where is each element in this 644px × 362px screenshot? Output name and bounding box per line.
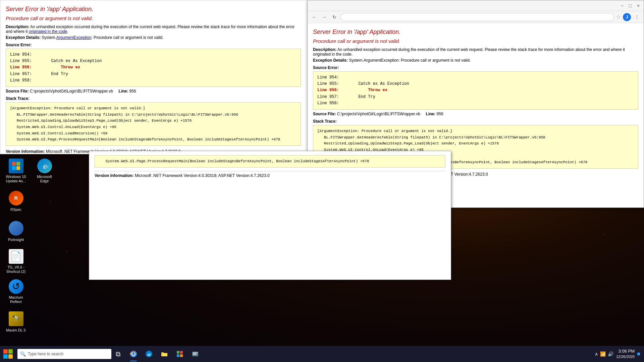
description-label: Description: — [6, 24, 29, 29]
desktop-icon-macrium[interactable]: ↺ MacriumReflect — [3, 278, 29, 305]
right-desc-label: Description: — [313, 47, 336, 52]
desktop-icon-pixinsight[interactable]: PixInsight — [3, 218, 29, 245]
exception-details: Exception Details: System.ArgumentExcept… — [6, 35, 302, 40]
server-error-title: Server Error in '/app' Application. — [6, 6, 302, 13]
source-line-954: Line 954: — [10, 52, 32, 57]
desktop-icon-edge[interactable]: 𝓮 MicrosoftEdge — [32, 158, 57, 184]
right-source-file: Source File: C:\projects\VphotGit\Logic\… — [313, 112, 638, 116]
source-file-info: Source File: C:\projects\VphotGit\Logic\… — [6, 89, 302, 94]
clock-time: 3:06 PM — [616, 348, 635, 354]
source-code-box: Line 954: Line 955: Catch ex As Exceptio… — [6, 49, 301, 87]
profile-avatar[interactable]: J — [623, 13, 631, 21]
clock-date: 12/26/2020 — [616, 354, 635, 359]
stack-trace-label: Stack Trace: — [6, 96, 302, 101]
svg-rect-9 — [193, 353, 198, 353]
source-line-956: Line 956: Throw ex — [10, 65, 80, 70]
misc-app-icon-1 — [176, 350, 183, 358]
desktop-icon-maxim[interactable]: 🔭 Maxim DL 5 — [3, 308, 29, 335]
task-view-icon: ⧉ — [116, 350, 120, 358]
system-clock[interactable]: 3:06 PM 12/26/2020 — [616, 348, 635, 360]
bookmark-star-icon[interactable]: ☆ — [616, 14, 621, 20]
right-stack-label: Stack Trace: — [313, 119, 638, 124]
search-icon: 🔍 — [20, 351, 26, 357]
source-line-number: 956 — [129, 89, 136, 94]
win-logo-red — [3, 349, 8, 354]
misc-app-icon-2 — [192, 350, 199, 358]
second-version-info: Version Information: Microsoft .NET Fram… — [95, 173, 445, 178]
right-file-path: C:\projects\VphotGit\Logic\BL\FITSWrappe… — [337, 112, 420, 116]
source-line-955: Line 955: Catch ex As Exception — [10, 59, 102, 63]
second-browser-content: System.Web.UI.Page.ProcessRequestMain(Bo… — [89, 151, 451, 182]
start-button[interactable] — [0, 346, 16, 362]
task-view-button[interactable]: ⧉ — [111, 346, 125, 362]
windows-logo-icon — [3, 349, 13, 359]
browser-close-button[interactable]: × — [636, 3, 641, 8]
desktop-icon-rspec[interactable]: R RSpec — [3, 188, 29, 215]
notification-badge[interactable] — [637, 353, 640, 355]
reload-button[interactable]: ↻ — [330, 13, 338, 21]
taskbar-search-box[interactable]: 🔍 Type here to search — [17, 349, 111, 359]
stack-trace-box: [ArgumentException: Procedure call or ar… — [6, 102, 301, 146]
svg-point-2 — [132, 353, 135, 355]
system-tray-icons: ∧ 📶 🔊 — [595, 351, 613, 357]
taskbar-app-misc1[interactable] — [172, 346, 187, 362]
forward-button[interactable]: → — [320, 13, 328, 21]
close-icon: × — [637, 3, 640, 8]
right-desc-text: An unhandled exception occurred during t… — [313, 47, 625, 57]
taskbar: 🔍 Type here to search ⧉ — [0, 346, 644, 362]
explorer-icon — [161, 350, 168, 358]
win-logo-blue — [3, 354, 8, 359]
macrium-label: MacriumReflect — [9, 295, 23, 304]
taskbar-app-misc2[interactable] — [188, 346, 203, 362]
partial-stack-trace: System.Web.UI.Page.ProcessRequestMain(Bo… — [95, 155, 445, 168]
right-description: Description: An unhandled exception occu… — [313, 47, 638, 57]
tray-up-arrow-icon[interactable]: ∧ — [595, 351, 598, 357]
windows-update-icon — [8, 159, 24, 173]
tg-shortcut-label: TG_V6.6 -Shortcut (2) — [6, 265, 25, 274]
source-file-label: Source File: — [6, 89, 29, 94]
pixinsight-app-icon — [8, 220, 24, 236]
right-error-subtitle: Procedure call or argument is not valid. — [313, 38, 638, 44]
windows-update-label: Windows 10Update As... — [6, 175, 26, 183]
taskbar-right-area: ∧ 📶 🔊 3:06 PM 12/26/2020 — [595, 348, 644, 360]
tg-shortcut-icon: 📄 — [8, 249, 24, 264]
maxim-dl-icon: 🔭 — [8, 311, 24, 327]
source-line-957: Line 957: End Try — [10, 72, 68, 76]
svg-rect-6 — [177, 354, 179, 357]
taskbar-pinned-apps — [126, 346, 203, 362]
svg-rect-7 — [180, 354, 183, 357]
divider — [95, 171, 445, 171]
minimize-icon: − — [621, 3, 624, 8]
right-source-box: Line 954: Line 955: Catch ex As Exceptio… — [313, 71, 638, 110]
taskbar-app-edge[interactable] — [142, 346, 156, 362]
address-bar[interactable] — [340, 13, 614, 21]
desktop-icon-windows-update[interactable]: Windows 10Update As... — [3, 158, 29, 184]
desktop-icon-tg-shortcut[interactable]: 📄 TG_V6.6 -Shortcut (2) — [3, 248, 29, 275]
desktop-icons-container: Windows 10Update As... R RSpec PixInsigh… — [0, 154, 84, 345]
search-placeholder-text: Type here to search — [28, 352, 63, 356]
back-button[interactable]: ← — [310, 13, 318, 21]
exception-label: Exception Details: — [6, 35, 41, 40]
network-icon[interactable]: 📶 — [600, 351, 606, 357]
second-browser-window: System.Web.UI.Page.ProcessRequestMain(Bo… — [89, 151, 451, 280]
win-logo-yellow — [8, 354, 13, 359]
right-exc-text: System.ArgumentException: Procedure call… — [349, 58, 471, 63]
browser-minimize-button[interactable]: − — [620, 3, 625, 8]
edge-label: MicrosoftEdge — [37, 175, 52, 183]
right-exception: Exception Details: System.ArgumentExcept… — [313, 58, 638, 63]
taskbar-app-chrome[interactable] — [126, 346, 141, 362]
maxim-label: Maxim DL 5 — [6, 328, 25, 333]
svg-rect-5 — [180, 351, 183, 354]
svg-rect-10 — [193, 354, 196, 355]
volume-icon[interactable]: 🔊 — [608, 351, 613, 357]
browser-maximize-button[interactable]: □ — [628, 3, 633, 8]
main-browser-window: Server Error in '/app' Application. Proc… — [0, 0, 308, 154]
rspec-app-icon: R — [8, 190, 24, 206]
browser-menu-button[interactable]: ⋮ — [633, 13, 641, 21]
rspec-label: RSpec — [10, 207, 21, 212]
taskbar-app-explorer[interactable] — [157, 346, 172, 362]
chrome-icon — [130, 350, 137, 358]
exception-text: System.ArgumentException: Procedure call… — [42, 35, 163, 40]
right-exc-label: Exception Details: — [313, 58, 348, 63]
right-server-error-title: Server Error in '/app' Application. — [313, 28, 638, 36]
